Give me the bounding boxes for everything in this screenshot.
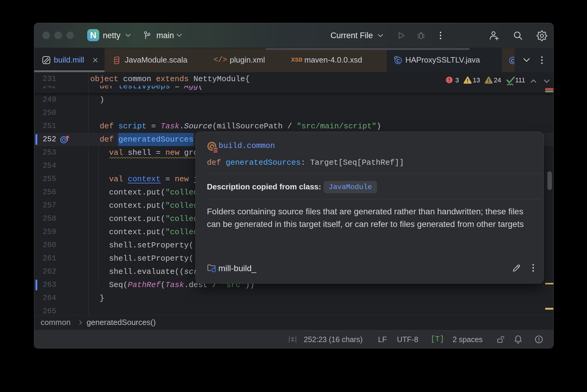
svg-text:C: C — [511, 58, 515, 63]
svg-text:C: C — [396, 58, 400, 63]
